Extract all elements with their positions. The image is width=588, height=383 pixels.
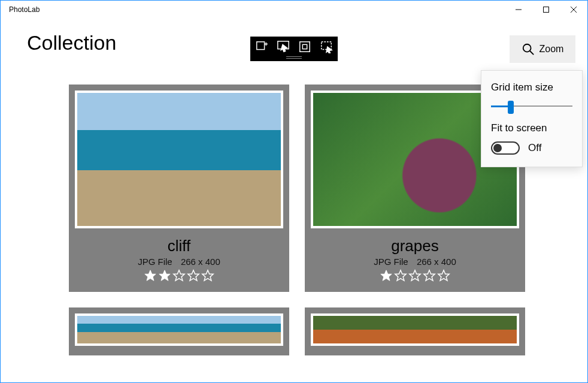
dimensions: 266 x 400 bbox=[417, 257, 456, 267]
zoom-button[interactable]: Zoom bbox=[510, 35, 575, 63]
svg-rect-4 bbox=[257, 42, 265, 50]
thumbnail-image bbox=[77, 316, 281, 343]
photo-name: grapes bbox=[391, 237, 439, 255]
page-title: Collection bbox=[27, 31, 116, 55]
svg-marker-12 bbox=[326, 47, 332, 53]
svg-marker-24 bbox=[438, 270, 449, 281]
rating-stars[interactable] bbox=[144, 269, 214, 282]
svg-marker-8 bbox=[281, 44, 287, 52]
grid-size-label: Grid item size bbox=[491, 82, 572, 94]
svg-marker-17 bbox=[174, 270, 184, 281]
fit-to-screen-state: Off bbox=[528, 142, 541, 154]
toolbar-grip-icon[interactable] bbox=[286, 56, 302, 59]
thumbnail-frame bbox=[75, 313, 283, 346]
svg-point-13 bbox=[523, 44, 531, 52]
photo-meta: JPG File 266 x 400 bbox=[374, 257, 456, 267]
svg-marker-23 bbox=[424, 270, 435, 281]
star-full-icon[interactable] bbox=[158, 269, 171, 282]
svg-marker-22 bbox=[410, 270, 420, 281]
star-empty-icon[interactable] bbox=[394, 269, 407, 282]
svg-marker-19 bbox=[202, 270, 213, 281]
title-bar: PhotoLab bbox=[1, 1, 587, 19]
star-empty-icon[interactable] bbox=[172, 269, 186, 282]
star-full-icon[interactable] bbox=[380, 269, 393, 282]
rating-stars[interactable] bbox=[380, 269, 450, 282]
close-button[interactable] bbox=[560, 1, 587, 19]
file-type: JPG File bbox=[138, 257, 172, 267]
file-type: JPG File bbox=[374, 257, 408, 267]
svg-marker-20 bbox=[381, 270, 392, 281]
svg-rect-9 bbox=[300, 42, 310, 52]
star-empty-icon[interactable] bbox=[408, 269, 422, 282]
zoom-label: Zoom bbox=[539, 44, 564, 55]
thumbnail-frame bbox=[75, 91, 283, 228]
add-control-icon[interactable] bbox=[255, 40, 268, 53]
window-controls bbox=[505, 1, 587, 19]
maximize-button[interactable] bbox=[532, 1, 560, 19]
dimensions: 266 x 400 bbox=[181, 257, 220, 267]
star-empty-icon[interactable] bbox=[187, 269, 200, 282]
zoom-popup: Grid item size Fit to screen Off bbox=[481, 70, 583, 167]
photo-meta: JPG File 266 x 400 bbox=[138, 257, 220, 267]
search-icon bbox=[522, 43, 535, 56]
fit-to-screen-label: Fit to screen bbox=[491, 122, 572, 134]
star-empty-icon[interactable] bbox=[423, 269, 436, 282]
photo-card[interactable] bbox=[69, 307, 289, 355]
thumbnail-image bbox=[77, 93, 281, 226]
svg-marker-15 bbox=[145, 270, 156, 281]
thumbnail-frame bbox=[311, 313, 519, 346]
svg-rect-1 bbox=[544, 7, 549, 13]
photo-card[interactable]: cliff JPG File 266 x 400 bbox=[69, 85, 289, 292]
cursor-select-icon[interactable] bbox=[277, 40, 290, 53]
slider-thumb[interactable] bbox=[508, 101, 514, 114]
svg-marker-18 bbox=[188, 270, 199, 281]
star-empty-icon[interactable] bbox=[437, 269, 450, 282]
svg-rect-10 bbox=[302, 44, 307, 49]
photo-card[interactable] bbox=[305, 307, 525, 355]
svg-marker-16 bbox=[159, 270, 170, 281]
svg-marker-21 bbox=[395, 270, 406, 281]
star-full-icon[interactable] bbox=[144, 269, 157, 282]
photo-name: cliff bbox=[168, 237, 191, 255]
square-icon[interactable] bbox=[298, 40, 311, 53]
select-region-icon[interactable] bbox=[320, 40, 333, 53]
window-title: PhotoLab bbox=[9, 5, 40, 14]
grid-size-slider[interactable] bbox=[491, 101, 572, 111]
star-empty-icon[interactable] bbox=[201, 269, 214, 282]
minimize-button[interactable] bbox=[505, 1, 532, 19]
svg-line-14 bbox=[529, 51, 533, 55]
thumbnail-image bbox=[313, 316, 517, 343]
toggle-knob bbox=[493, 144, 502, 152]
fit-to-screen-toggle[interactable] bbox=[491, 141, 520, 155]
inking-toolbar[interactable] bbox=[250, 37, 338, 61]
